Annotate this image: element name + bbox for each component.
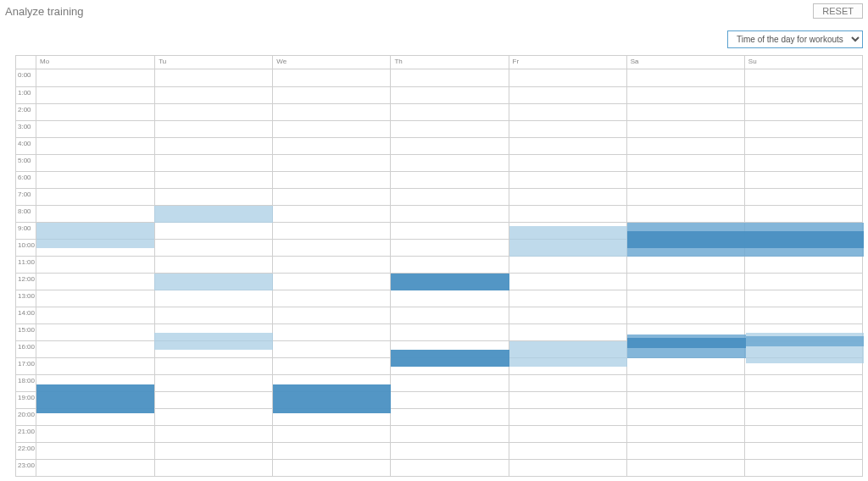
grid-cell	[390, 391, 508, 408]
grid-cell	[36, 374, 154, 391]
grid-cell	[154, 69, 272, 86]
grid-cell	[36, 340, 154, 357]
col-header: Tu	[154, 56, 272, 69]
grid-cell	[272, 408, 390, 425]
grid-cell	[272, 340, 390, 357]
grid-cell	[626, 205, 744, 222]
row-header: 11:00	[16, 256, 36, 273]
grid-cell	[154, 391, 272, 408]
grid-cell	[626, 86, 744, 103]
grid-cell	[744, 374, 862, 391]
grid-cell	[36, 103, 154, 120]
grid-cell	[154, 340, 272, 357]
grid-cell	[36, 290, 154, 307]
grid-cell	[390, 374, 508, 391]
grid-cell	[36, 323, 154, 340]
grid-cell	[744, 103, 862, 120]
grid-cell	[509, 391, 626, 408]
grid-cell	[390, 120, 508, 137]
grid-cell	[626, 307, 744, 323]
grid-cell	[154, 374, 272, 391]
grid-cell	[272, 205, 390, 222]
heatmap: MoTuWeThFrSaSu0:001:002:003:004:005:006:…	[0, 55, 868, 481]
row-header: 15:00	[16, 323, 36, 340]
row-header: 13:00	[16, 290, 36, 307]
row-header: 7:00	[16, 188, 36, 205]
grid-cell	[36, 357, 154, 374]
grid-cell	[744, 273, 862, 290]
row-header: 14:00	[16, 307, 36, 323]
grid-cell	[390, 340, 508, 357]
col-header: Fr	[509, 56, 626, 69]
grid-cell	[272, 323, 390, 340]
grid-cell	[36, 154, 154, 171]
grid-cell	[272, 307, 390, 323]
grid-cell	[272, 459, 390, 476]
grid-cell	[509, 256, 626, 273]
grid-cell	[509, 374, 626, 391]
grid-cell	[36, 425, 154, 442]
grid-cell	[744, 290, 862, 307]
grid-cell	[272, 273, 390, 290]
grid-cell	[744, 154, 862, 171]
grid-cell	[744, 323, 862, 340]
grid-cell	[744, 120, 862, 137]
grid-cell	[272, 154, 390, 171]
grid-cell	[390, 205, 508, 222]
grid-cell	[272, 69, 390, 86]
grid-cell	[390, 323, 508, 340]
grid-cell	[509, 171, 626, 188]
grid-cell	[154, 408, 272, 425]
toolbar: Time of the day for workouts	[0, 19, 868, 55]
col-header: Sa	[626, 56, 744, 69]
grid-cell	[36, 391, 154, 408]
grid-cell	[626, 188, 744, 205]
grid-cell	[36, 239, 154, 256]
grid-cell	[744, 69, 862, 86]
grid-cell	[272, 171, 390, 188]
grid-cell	[509, 188, 626, 205]
grid-cell	[626, 459, 744, 476]
grid-cell	[626, 239, 744, 256]
grid-cell	[509, 239, 626, 256]
row-header: 17:00	[16, 357, 36, 374]
grid-cell	[509, 137, 626, 154]
grid-cell	[154, 86, 272, 103]
grid-cell	[509, 154, 626, 171]
grid-cell	[36, 442, 154, 459]
grid-cell	[154, 290, 272, 307]
grid-cell	[154, 307, 272, 323]
grid-cell	[272, 188, 390, 205]
grid-cell	[390, 154, 508, 171]
row-header: 12:00	[16, 273, 36, 290]
grid-cell	[744, 188, 862, 205]
grid-cell	[390, 408, 508, 425]
grid-cell	[272, 357, 390, 374]
grid-cell	[390, 222, 508, 239]
grid-cell	[154, 425, 272, 442]
row-header: 2:00	[16, 103, 36, 120]
grid-cell	[744, 239, 862, 256]
grid-cell	[744, 86, 862, 103]
grid-cell	[509, 86, 626, 103]
grid-cell	[36, 459, 154, 476]
grid-cell	[509, 120, 626, 137]
grid-cell	[626, 222, 744, 239]
reset-button[interactable]: RESET	[813, 3, 863, 19]
page: Analyze training RESET Time of the day f…	[0, 0, 868, 481]
grid-cell	[154, 171, 272, 188]
row-header: 16:00	[16, 340, 36, 357]
row-header: 10:00	[16, 239, 36, 256]
grid-cell	[154, 256, 272, 273]
grid-cell	[509, 307, 626, 323]
chart-type-select[interactable]: Time of the day for workouts	[727, 30, 863, 48]
grid-cell	[390, 256, 508, 273]
grid-cell	[744, 222, 862, 239]
row-header: 19:00	[16, 391, 36, 408]
grid-cell	[390, 171, 508, 188]
grid-cell	[744, 256, 862, 273]
grid-cell	[626, 273, 744, 290]
row-header: 23:00	[16, 459, 36, 476]
grid-cell	[154, 137, 272, 154]
grid-cell	[509, 340, 626, 357]
